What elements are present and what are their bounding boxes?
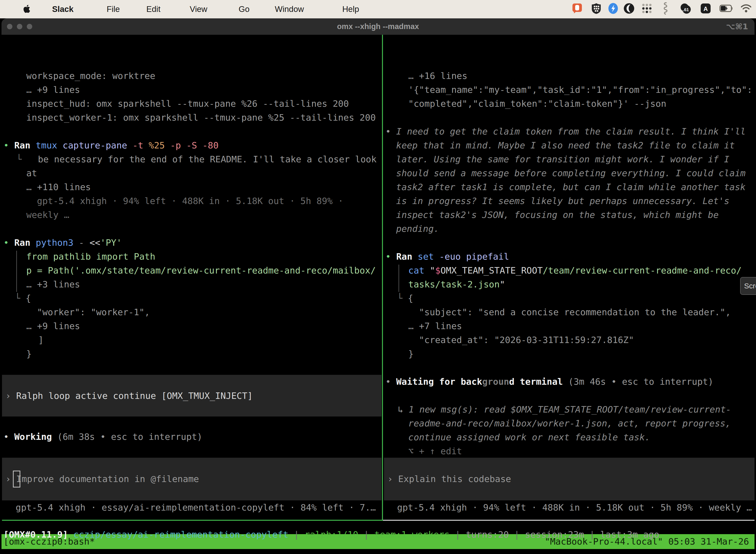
shield-grid-icon[interactable] bbox=[591, 3, 601, 15]
terminal-line: keep that in mind. Maybe I also need the… bbox=[396, 138, 735, 152]
terminal-line: … +110 lines bbox=[26, 180, 91, 194]
pane-divider[interactable] bbox=[382, 35, 383, 521]
terminal-line: ] bbox=[38, 333, 44, 347]
terminal-line: cat "$OMX_TEAM_STATE_ROOT/team/review-cu… bbox=[408, 264, 742, 277]
desktop: SlackFileEditViewGoWindowHelp ..61 A bbox=[0, 0, 756, 554]
terminal-line: should send a message before completing … bbox=[396, 166, 746, 180]
right-pane-border bbox=[383, 520, 755, 521]
terminal-line: "subject": "send a concise recommendatio… bbox=[419, 305, 731, 319]
window-shortcut-hint: ⌥⌘1 bbox=[726, 18, 748, 35]
terminal-line: ↳ 1 new msg(s): read $OMX_TEAM_STATE_ROO… bbox=[398, 403, 731, 417]
menu-item-view[interactable]: View bbox=[190, 0, 207, 18]
menu-item-file[interactable]: File bbox=[107, 0, 120, 18]
terminal-line: pending. bbox=[396, 222, 439, 236]
terminal-line: ⌥ + ↑ edit bbox=[408, 444, 462, 458]
terminal-line: later. Using the same for transition mig… bbox=[396, 152, 730, 166]
indent-guide bbox=[398, 265, 399, 292]
terminal-line: task2 after task1 is complete, but can I… bbox=[396, 180, 746, 194]
indent-guide bbox=[16, 251, 17, 292]
terminal-line: gpt-5.4 xhigh · 94% left · 488K in · 5.1… bbox=[397, 501, 752, 514]
terminal-line: • Working (6m 38s • esc to interrupt) bbox=[3, 430, 202, 444]
terminal-line: is in progress? It seems likely but perh… bbox=[396, 194, 730, 208]
apple-logo-icon[interactable] bbox=[23, 4, 30, 13]
terminal-line: … +7 lines bbox=[408, 319, 462, 333]
terminal-line: [omx-cczip0:bash* bbox=[3, 535, 95, 549]
input-source-icon[interactable]: A bbox=[700, 3, 711, 15]
battery-badge-icon[interactable]: ..61 bbox=[680, 3, 691, 15]
terminal-line: continue assigned work or next feasible … bbox=[408, 430, 650, 444]
terminal-line: } bbox=[408, 347, 414, 361]
terminal-line: gpt-5.4 xhigh · 94% left · 488K in · 5.1… bbox=[37, 194, 343, 208]
left-pane-border bbox=[2, 520, 382, 521]
terminal-line: … +3 lines bbox=[26, 277, 80, 291]
chat-app-icon[interactable] bbox=[572, 3, 582, 15]
text-cursor bbox=[13, 470, 20, 488]
terminal-line: from pathlib import Path bbox=[26, 250, 155, 264]
sync-blue-icon[interactable] bbox=[608, 3, 618, 15]
terminal-line: "created_at": "2026-03-31T11:59:27.816Z" bbox=[419, 333, 634, 347]
menu-item-edit[interactable]: Edit bbox=[146, 0, 161, 18]
terminal-line: '{"team_name":"my-team","task_id":"1","f… bbox=[408, 83, 752, 97]
terminal-line: p = Path('.omx/state/team/review-current… bbox=[26, 264, 376, 277]
tooltip-text: Scre bbox=[744, 282, 756, 290]
terminal-line: … +9 lines bbox=[26, 319, 80, 333]
terminal-line: "worker": "worker-1", bbox=[37, 305, 150, 319]
terminal-line: inspect_hud: omx sparkshell --tmux-pane … bbox=[26, 97, 349, 111]
terminal-line: • Ran python3 - <<'PY' bbox=[3, 236, 122, 250]
terminal-line: inspect task2's JSON, focusing on the st… bbox=[396, 208, 718, 222]
terminal-line: workspace_mode: worktree bbox=[26, 69, 155, 83]
terminal-line: › Explain this codebase bbox=[387, 472, 511, 486]
window-titlebar[interactable]: omx --xhigh --madmax ⌥⌘1 bbox=[1, 18, 755, 35]
macos-menu-bar: SlackFileEditViewGoWindowHelp ..61 A bbox=[0, 0, 756, 18]
input-source-letter: A bbox=[703, 5, 708, 12]
terminal-line: at bbox=[26, 166, 37, 180]
terminal-line: • Ran set -euo pipefail bbox=[385, 250, 509, 264]
terminal-line: } bbox=[26, 347, 32, 361]
terminal-line: └ { bbox=[397, 291, 413, 305]
terminal-line: tasks/task-2.json" bbox=[408, 277, 505, 291]
terminal-line: └ { bbox=[15, 291, 31, 305]
terminal-line: └ be necessary for the end of the README… bbox=[16, 152, 377, 166]
terminal-line: … +9 lines bbox=[26, 83, 80, 97]
terminal-line: gpt-5.4 xhigh · essay/ai-reimplementatio… bbox=[16, 501, 376, 514]
terminal-line: › Improve documentation in @filename bbox=[5, 472, 199, 486]
menu-item-help[interactable]: Help bbox=[342, 0, 359, 18]
terminal-line: inspect_worker-1: omx sparkshell --tmux-… bbox=[26, 111, 376, 125]
terminal-line: … +16 lines bbox=[408, 69, 467, 83]
screenshot-tooltip: Scre bbox=[740, 277, 756, 295]
terminal-line: • Waiting for background terminal (3m 46… bbox=[385, 375, 713, 389]
terminal-line: "completed","claim_token":"claim-token"}… bbox=[408, 97, 666, 111]
terminal-content: workspace_mode: worktree… +9 linesinspec… bbox=[1, 35, 755, 554]
terminal-line: • Ran tmux capture-pane -t %25 -p -S -80 bbox=[3, 138, 218, 152]
terminal-line: • I need to get the claim token from the… bbox=[385, 125, 746, 138]
menu-item-slack[interactable]: Slack bbox=[52, 0, 73, 18]
menu-item-window[interactable]: Window bbox=[275, 0, 304, 18]
battery-badge-text: ..61 bbox=[682, 7, 689, 12]
screen-dots-icon[interactable] bbox=[641, 3, 652, 15]
crescent-app-icon[interactable] bbox=[624, 3, 634, 15]
terminal-line: readme-and-reco/mailbox/worker-1.json, a… bbox=[408, 417, 731, 430]
battery-icon[interactable] bbox=[719, 5, 734, 13]
menu-item-go[interactable]: Go bbox=[239, 0, 250, 18]
window-title: omx --xhigh --madmax bbox=[1, 18, 755, 35]
terminal-line: › Ralph loop active continue [OMX_TMUX_I… bbox=[5, 389, 253, 403]
wifi-icon[interactable] bbox=[740, 4, 752, 14]
squiggle-icon[interactable] bbox=[662, 2, 670, 16]
terminal-line: weekly … bbox=[26, 208, 69, 222]
terminal-line: "MacBook-Pro-44.local" 05:03 31-Mar-26 bbox=[545, 535, 749, 549]
